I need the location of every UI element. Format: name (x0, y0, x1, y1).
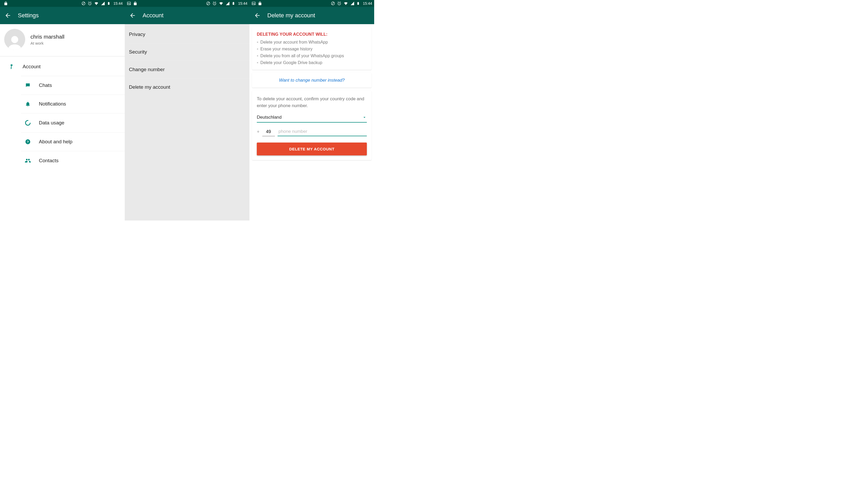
settings-item-account[interactable]: Account (0, 56, 125, 76)
phone-row: + (257, 128, 367, 136)
signal-icon (226, 1, 230, 5)
settings-item-about[interactable]: ? About and help (21, 132, 125, 151)
plus-icon: + (257, 129, 260, 136)
account-list: Privacy Security Change number Delete my… (125, 24, 249, 96)
app-bar: Account (125, 7, 249, 24)
image-icon (252, 1, 256, 5)
lock-icon (2, 0, 10, 7)
phone-number-input[interactable] (278, 128, 367, 136)
battery-icon (232, 1, 235, 6)
no-entry-icon (82, 1, 86, 5)
svg-line-10 (207, 2, 209, 4)
back-icon[interactable] (4, 12, 12, 19)
svg-rect-19 (358, 2, 358, 3)
screen-delete-account: 15:44 Delete my account DELETING YOUR AC… (249, 0, 374, 220)
settings-item-contacts[interactable]: Contacts (21, 151, 125, 170)
settings-item-label: Data usage (39, 120, 64, 126)
country-code-input[interactable] (262, 128, 275, 136)
confirm-instruction: To delete your account, confirm your cou… (257, 95, 367, 109)
account-item-security[interactable]: Security (129, 43, 249, 61)
country-name: Deutschland (257, 115, 282, 120)
lock-icon (133, 1, 137, 5)
lock-icon (258, 1, 262, 5)
wifi-icon (94, 1, 99, 6)
svg-line-1 (82, 2, 85, 4)
wifi-icon (343, 1, 348, 6)
svg-text:?: ? (27, 140, 29, 144)
svg-rect-13 (233, 2, 234, 3)
account-item-label: Change number (129, 67, 165, 72)
settings-item-label: Notifications (39, 101, 66, 107)
app-bar: Settings (0, 7, 125, 24)
svg-rect-12 (233, 2, 234, 5)
page-title: Account (143, 12, 164, 19)
profile-row[interactable]: chris marshall At work (0, 24, 125, 56)
svg-rect-3 (108, 2, 109, 5)
change-number-card[interactable]: Want to change number instead? (252, 73, 372, 88)
status-bar: 15:44 (125, 0, 249, 7)
avatar (4, 29, 25, 50)
svg-line-16 (332, 2, 334, 4)
warning-list: Delete your account from WhatsApp Erase … (257, 40, 367, 65)
chat-icon (24, 83, 32, 88)
warning-item: Delete you from all of your WhatsApp gro… (257, 54, 367, 58)
no-entry-icon (206, 1, 210, 5)
screen-settings: 15:44 Settings chris marshall At work Ac… (0, 0, 125, 220)
warning-card: DELETING YOUR ACCOUNT WILL: Delete your … (252, 27, 372, 70)
account-item-privacy[interactable]: Privacy (125, 26, 249, 43)
help-icon: ? (24, 139, 32, 145)
profile-name: chris marshall (31, 34, 65, 40)
status-bar: 15:44 (249, 0, 374, 7)
image-icon (127, 1, 131, 5)
profile-status: At work (31, 41, 65, 46)
screen-account: 15:44 Account Privacy Security Change nu… (125, 0, 249, 220)
settings-item-chats[interactable]: Chats (21, 76, 125, 94)
app-bar: Delete my account (249, 7, 374, 24)
key-icon (8, 64, 15, 70)
status-bar: 15:44 (0, 0, 125, 7)
svg-point-5 (25, 121, 30, 125)
wifi-icon (219, 1, 224, 6)
warning-item: Delete your Google Drive backup (257, 60, 367, 65)
alarm-icon (337, 1, 341, 5)
settings-item-data-usage[interactable]: Data usage (21, 113, 125, 132)
status-time: 15:44 (363, 1, 372, 5)
account-item-label: Delete my account (129, 84, 170, 90)
settings-item-label: Chats (39, 83, 52, 88)
change-number-link[interactable]: Want to change number instead? (257, 78, 367, 83)
alarm-icon (88, 1, 92, 5)
warning-heading: DELETING YOUR ACCOUNT WILL: (257, 32, 367, 37)
battery-icon (107, 1, 110, 6)
signal-icon (350, 1, 355, 5)
account-item-delete[interactable]: Delete my account (129, 78, 249, 96)
settings-item-label: About and help (39, 139, 72, 145)
settings-item-label: Contacts (39, 158, 58, 164)
contacts-icon (24, 158, 32, 164)
page-title: Settings (18, 12, 39, 19)
confirm-card: To delete your account, confirm your cou… (252, 91, 372, 160)
country-select[interactable]: Deutschland (257, 113, 367, 123)
status-time: 15:44 (238, 1, 247, 5)
no-entry-icon (331, 1, 335, 5)
battery-icon (357, 1, 360, 6)
warning-item: Erase your message history (257, 47, 367, 51)
back-icon[interactable] (254, 12, 261, 19)
account-item-label: Security (129, 49, 147, 55)
status-time: 15:44 (113, 1, 123, 5)
settings-item-label: Account (22, 64, 41, 70)
bell-icon (24, 101, 32, 107)
alarm-icon (212, 1, 217, 5)
account-item-change-number[interactable]: Change number (129, 61, 249, 78)
account-item-label: Privacy (129, 32, 145, 37)
data-usage-icon (24, 120, 32, 126)
signal-icon (101, 1, 105, 5)
delete-account-button[interactable]: DELETE MY ACCOUNT (257, 143, 367, 156)
page-title: Delete my account (267, 12, 315, 19)
svg-rect-4 (108, 2, 109, 3)
svg-rect-18 (357, 2, 359, 5)
chevron-down-icon (362, 115, 367, 120)
settings-item-notifications[interactable]: Notifications (21, 94, 125, 113)
back-icon[interactable] (129, 12, 136, 19)
warning-item: Delete your account from WhatsApp (257, 40, 367, 44)
settings-list: Account Chats Notifications Data usage ?… (0, 56, 125, 170)
